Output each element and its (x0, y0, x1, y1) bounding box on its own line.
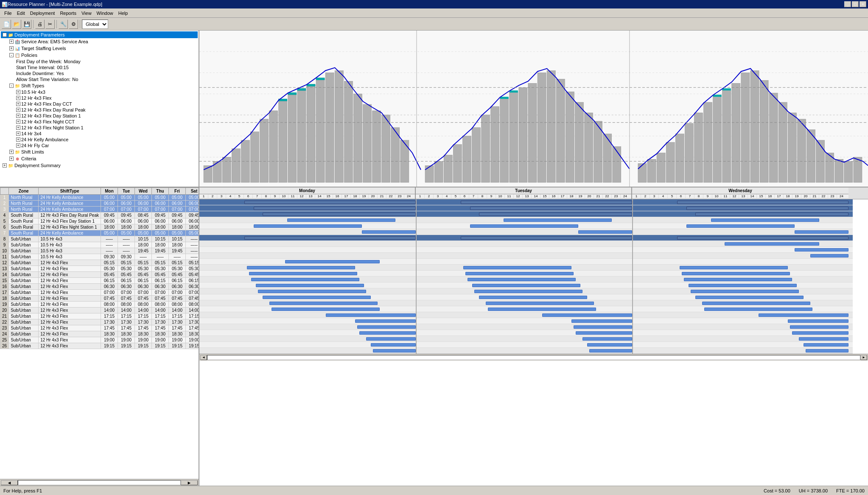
gantt-bar[interactable] (702, 302, 810, 305)
gantt-bar[interactable] (795, 230, 849, 234)
table-row[interactable]: 26Sub/Urban12 Hr 4x3 Flex19:1519:1519:15… (0, 343, 199, 349)
expand-24kelly[interactable]: + (16, 137, 20, 142)
gantt-bar[interactable] (366, 337, 416, 341)
table-row[interactable]: 12Sub/Urban12 Hr 4x3 Flex05:1505:1505:15… (0, 260, 199, 266)
tree-target-staffing[interactable]: + 📊 Target Staffing Levels (1, 45, 198, 52)
table-row[interactable]: 16Sub/Urban12 Hr 4x3 Flex06:3006:3006:30… (0, 284, 199, 290)
menu-file[interactable]: File (2, 10, 14, 17)
gantt-bar[interactable] (269, 302, 378, 305)
expand-24flycar[interactable]: + (16, 143, 20, 148)
gantt-bar[interactable] (488, 308, 596, 311)
gantt-bar[interactable] (461, 236, 632, 240)
expand-105[interactable]: + (16, 90, 20, 94)
gantt-bar[interactable] (576, 331, 632, 335)
menu-edit[interactable]: Edit (14, 10, 28, 17)
table-row[interactable]: 24Sub/Urban12 Hr 4x3 Flex18:3018:3018:30… (0, 331, 199, 337)
table-row[interactable]: 9Sub/Urban10.5 Hr 4x3----------18:0018:0… (0, 242, 199, 248)
table-row[interactable]: 19Sub/Urban12 Hr 4x3 Flex08:0008:0008:00… (0, 302, 199, 308)
menu-view[interactable]: View (79, 10, 94, 17)
gantt-bar[interactable] (254, 224, 362, 228)
expand-14hr[interactable]: + (16, 131, 20, 136)
table-row[interactable]: 11Sub/Urban10.5 Hr 4x309:3009:30--------… (0, 254, 199, 260)
gantt-bar[interactable] (686, 224, 795, 228)
gantt-bar[interactable] (468, 278, 576, 281)
gantt-bar[interactable] (371, 343, 416, 347)
gantt-bar[interactable] (799, 337, 848, 341)
gantt-bar[interactable] (251, 278, 359, 281)
scroll-right[interactable]: ► (181, 480, 198, 485)
menu-reports[interactable]: Reports (57, 10, 79, 17)
expand-criteria[interactable]: + (9, 157, 14, 161)
gantt-bar[interactable] (504, 218, 612, 222)
tool-btn-6[interactable]: ⚙ (69, 20, 78, 29)
cut-button[interactable]: ✂ (45, 20, 55, 29)
table-row[interactable]: 6South Rural12 Hr 4x3 Flex Night Station… (0, 224, 199, 230)
gantt-bar[interactable] (256, 284, 364, 287)
tree-shift-12rural[interactable]: + 12 Hr 4x3 Flex Day Rural Peak (1, 107, 198, 113)
gantt-bar[interactable] (806, 349, 848, 352)
scroll-left[interactable]: ◄ (1, 480, 18, 485)
menu-window[interactable]: Window (94, 10, 116, 17)
gantt-bar[interactable] (804, 343, 848, 347)
expand-deployment[interactable]: - (3, 33, 7, 37)
table-row[interactable]: 8Sub/Urban10.5 Hr 4x3----------10:1510:1… (0, 236, 199, 242)
close-button[interactable]: × (860, 1, 866, 7)
table-row[interactable]: 2North Rural24 Hr Kelly Ambulance06:0006… (0, 201, 199, 207)
table-row[interactable]: 1North Rural24 Hr Kelly Ambulance05:0005… (0, 195, 199, 201)
gantt-bar[interactable] (695, 213, 848, 216)
expand-summary[interactable]: + (3, 163, 7, 168)
col-shifttype[interactable]: ShiftType (39, 188, 101, 195)
gantt-bar[interactable] (790, 325, 848, 329)
gantt-bar[interactable] (677, 201, 848, 204)
print-button[interactable]: 🖨 (35, 20, 45, 29)
col-tue[interactable]: Tue (118, 188, 134, 195)
expand-limits[interactable]: + (9, 150, 14, 154)
gantt-bar[interactable] (711, 218, 819, 222)
expand-service[interactable]: + (9, 39, 14, 44)
gantt-bar[interactable] (792, 331, 848, 335)
tree-shift-12flex[interactable]: + 12 Hr 4x3 Flex (1, 95, 198, 101)
gantt-bar[interactable] (263, 296, 371, 299)
gantt-bar[interactable] (704, 308, 812, 311)
expand-12flex[interactable]: + (16, 96, 20, 100)
tree-service-area[interactable]: + 🏥 Service Area: EMS Service Area (1, 38, 198, 45)
gantt-bar[interactable] (355, 319, 416, 323)
tree-shift-24kelly[interactable]: + 24 Hr Kelly Ambulance (1, 137, 198, 143)
gantt-bar[interactable] (677, 236, 848, 240)
gantt-bar[interactable] (582, 337, 632, 341)
gantt-bar[interactable] (680, 266, 788, 269)
gantt-h-scroll[interactable]: ◄ ► (199, 354, 868, 361)
expand-target[interactable]: + (9, 46, 14, 50)
expand-12cct[interactable]: + (16, 102, 20, 106)
gantt-bar[interactable] (684, 278, 792, 281)
tree-criteria[interactable]: + ⊕ Criteria (1, 155, 198, 162)
tree-shift-12nightcct[interactable]: + 12 Hr 4x3 Flex Night CCT (1, 119, 198, 125)
new-button[interactable]: 📄 (2, 20, 11, 29)
table-row[interactable]: 17Sub/Urban12 Hr 4x3 Flex07:0007:0007:00… (0, 290, 199, 296)
save-button[interactable]: 💾 (22, 20, 31, 29)
table-row[interactable]: 15Sub/Urban12 Hr 4x3 Flex06:1506:1506:15… (0, 278, 199, 284)
gantt-bar[interactable] (244, 201, 416, 204)
expand-shift-types[interactable]: - (9, 84, 14, 88)
menu-help[interactable]: Help (116, 10, 131, 17)
gantt-bar[interactable] (326, 313, 416, 317)
gantt-bar[interactable] (263, 213, 416, 216)
gantt-bar[interactable] (249, 272, 357, 275)
gantt-bar[interactable] (486, 302, 594, 305)
gantt-bar[interactable] (461, 201, 632, 204)
gantt-bar[interactable] (682, 272, 790, 275)
table-row[interactable]: 14Sub/Urban12 Hr 4x3 Flex05:4505:4505:45… (0, 272, 199, 278)
gantt-bar[interactable] (479, 296, 587, 299)
minimize-button[interactable]: _ (844, 1, 851, 7)
gantt-bar[interactable] (542, 313, 633, 317)
tree-shift-14hr[interactable]: + 14 Hr 3x4 (1, 131, 198, 137)
expand-12nightsta1[interactable]: + (16, 126, 20, 130)
col-zone[interactable]: Zone (9, 188, 39, 195)
tree-shift-limits[interactable]: + 📁 Shift Limits (1, 148, 198, 155)
table-row[interactable]: 22Sub/Urban12 Hr 4x3 Flex17:3017:3017:30… (0, 319, 199, 325)
menu-deployment[interactable]: Deployment (28, 10, 58, 17)
gantt-bar[interactable] (578, 230, 633, 234)
gantt-bar[interactable] (463, 266, 571, 269)
gantt-bar[interactable] (479, 213, 632, 216)
expand-policies[interactable]: - (9, 53, 14, 57)
